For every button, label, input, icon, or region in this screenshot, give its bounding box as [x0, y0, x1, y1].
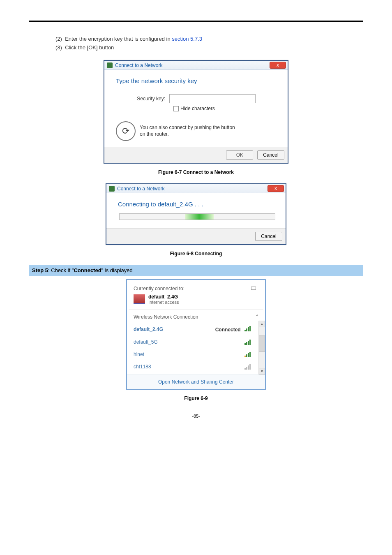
flyout-top: Currently connected to: default_2.4G Int… — [127, 280, 265, 310]
step5-bold: Connected — [74, 267, 101, 273]
hide-chars-checkbox[interactable] — [173, 106, 179, 111]
currently-connected-label: Currently connected to: — [134, 286, 184, 291]
figure-caption-1: Figure 6-7 Connect to a Network — [29, 169, 363, 175]
signal-icon — [244, 326, 252, 331]
dialog-icon — [107, 62, 113, 68]
current-network-access: Internet access — [148, 300, 179, 305]
network-name: cht1188 — [134, 364, 151, 370]
scroll-up-button[interactable]: ▲ — [259, 321, 265, 327]
cancel-button[interactable]: Cancel — [255, 232, 282, 241]
close-button[interactable]: x — [270, 62, 286, 69]
close-button[interactable]: x — [267, 185, 284, 192]
dialog-title: Connect to a Network — [115, 62, 162, 68]
signal-icon — [244, 339, 252, 345]
dialog-title: Connect to a Network — [117, 186, 164, 192]
wireless-section-header[interactable]: Wireless Network Connection ˄ — [127, 310, 265, 321]
signal-icon — [244, 364, 252, 370]
network-item[interactable]: default_2.4G Connected — [134, 322, 261, 336]
current-network-text: default_2.4G Internet access — [148, 294, 179, 305]
hide-chars-row[interactable]: Hide characters — [173, 106, 279, 111]
hide-chars-label: Hide characters — [180, 106, 215, 111]
router-row: ⟳ You can also connect by pushing the bu… — [116, 121, 279, 141]
page-top-rule — [29, 21, 363, 22]
network-right: Connected — [215, 326, 252, 333]
chevron-up-icon: ˄ — [256, 314, 258, 320]
network-name: hinet — [134, 352, 144, 357]
dialog-body: Connecting to default_2.4G . . . — [106, 193, 286, 228]
network-item[interactable]: hinet — [134, 348, 261, 361]
current-network-row[interactable]: default_2.4G Internet access — [134, 294, 258, 305]
network-category-icon — [134, 294, 145, 304]
dialog-titlebar: Connect to a Network x — [106, 184, 286, 193]
router-text: You can also connect by pushing the butt… — [140, 125, 238, 137]
flyout-header-row: Currently connected to: — [134, 286, 258, 291]
cancel-button[interactable]: Cancel — [257, 150, 284, 160]
network-list: default_2.4G Connected default_5G hinet … — [127, 321, 265, 375]
dialog-titlebar: Connect to a Network x — [104, 61, 288, 70]
connect-dialog: Connect to a Network x Type the network … — [104, 60, 288, 164]
dialog-footer: Cancel — [106, 228, 286, 244]
progress-bar — [119, 213, 275, 220]
wireless-section-label: Wireless Network Connection — [134, 314, 198, 320]
router-icon: ⟳ — [116, 121, 136, 141]
scroll-thumb[interactable] — [259, 335, 265, 352]
step-list: (2) Enter the encryption key that is con… — [55, 35, 363, 52]
current-network-name: default_2.4G — [148, 294, 179, 300]
connecting-dialog: Connect to a Network x Connecting to def… — [106, 183, 286, 245]
step-item-3: (3) Click the [OK] button — [55, 43, 363, 52]
step-text: Enter the encryption key that is configu… — [65, 36, 172, 42]
section-link[interactable]: section 5.7.3 — [172, 36, 202, 42]
dialog-footer: OK Cancel — [104, 147, 288, 163]
scrollbar[interactable]: ▲ ▼ — [258, 321, 265, 375]
step-item-2: (2) Enter the encryption key that is con… — [55, 35, 363, 43]
step5-prefix: Step 5 — [32, 267, 48, 273]
dialog-icon — [109, 186, 115, 192]
security-key-input[interactable] — [169, 94, 256, 103]
step-num: (3) — [55, 44, 62, 51]
network-item[interactable]: cht1188 — [134, 361, 261, 373]
connecting-heading: Connecting to default_2.4G . . . — [118, 201, 277, 208]
security-key-row: Security key: — [116, 94, 279, 103]
progress-fill — [185, 214, 214, 220]
step5-suffix: " is displayed — [101, 267, 133, 273]
step-num: (2) — [55, 36, 62, 42]
network-flyout: Currently connected to: default_2.4G Int… — [126, 279, 266, 390]
network-name: default_2.4G — [134, 326, 163, 332]
signal-icon — [244, 352, 252, 357]
dialog-body: Type the network security key Security k… — [104, 70, 288, 147]
ok-button[interactable]: OK — [226, 150, 253, 160]
power-icon[interactable] — [251, 286, 258, 291]
network-item[interactable]: default_5G — [134, 336, 261, 348]
dialog-heading: Type the network security key — [116, 77, 279, 84]
step5-mid: : Check if " — [48, 267, 74, 273]
scroll-down-button[interactable]: ▼ — [259, 368, 265, 375]
step-text: Click the [OK] button — [65, 44, 114, 51]
security-key-label: Security key: — [116, 96, 169, 102]
network-name: default_5G — [134, 339, 158, 345]
network-status: Connected — [215, 327, 241, 333]
open-network-center-link[interactable]: Open Network and Sharing Center — [127, 375, 265, 389]
step-5-block: Step 5: Check if "Connected" is displaye… — [29, 265, 363, 276]
page-number: -85- — [29, 414, 363, 419]
figure-caption-2: Figure 6-8 Connecting — [29, 251, 363, 257]
figure-caption-3: Figure 6-9 — [29, 395, 363, 401]
